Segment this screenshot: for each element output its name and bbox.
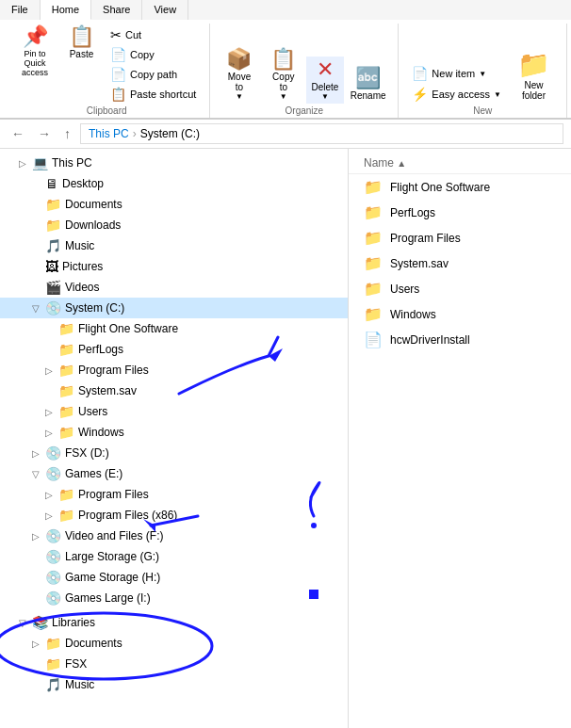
expand-icon (32, 200, 45, 210)
windows-label: Windows (78, 426, 124, 439)
new-label: New (473, 104, 492, 118)
tree-item-music-lib[interactable]: 🎵 Music (0, 674, 348, 695)
copy-label: Copy (130, 49, 155, 60)
sort-arrow: ▲ (397, 158, 406, 169)
expand-icon (32, 552, 45, 562)
expand-icon: ▷ (45, 407, 58, 417)
new-item-dropdown-icon: ▼ (479, 70, 486, 78)
tree-item-perflogs[interactable]: 📁 PerfLogs (0, 339, 348, 360)
file-item-hcw[interactable]: 📄 hcwDriverInstall (349, 327, 571, 352)
move-dropdown-icon: ▼ (236, 92, 243, 101)
tree-item-system-sav[interactable]: 📁 System.sav (0, 380, 348, 401)
file-item-program-files[interactable]: 📁 Program Files (349, 225, 571, 251)
tree-item-fsx-d[interactable]: ▷ 💿 FSX (D:) (0, 443, 348, 463)
tree-item-fsx-lib[interactable]: 📁 FSX (0, 654, 348, 674)
back-button[interactable]: ← (8, 124, 28, 143)
tab-file[interactable]: File (0, 0, 41, 20)
delete-dropdown-icon: ▼ (321, 92, 329, 101)
documents-label: Documents (65, 198, 122, 211)
copy-to-button[interactable]: 📋 Copy to ▼ (263, 46, 304, 104)
expand-icon (32, 659, 45, 670)
copy-path-button[interactable]: 📄 Copy path (105, 65, 202, 84)
tree-item-games-large-i[interactable]: 💿 Games Large (I:) (0, 588, 348, 608)
tree-item-desktop[interactable]: 🖥 Desktop (0, 173, 348, 194)
file-item-system-sav[interactable]: 📁 System.sav (349, 251, 571, 276)
new-item-label: New item (432, 68, 475, 79)
tree-item-program-files[interactable]: ▷ 📁 Program Files (0, 360, 348, 380)
downloads-label: Downloads (65, 218, 121, 232)
file-item-windows[interactable]: 📁 Windows (349, 301, 571, 327)
name-column-header[interactable]: Name ▲ (364, 156, 406, 170)
tab-home[interactable]: Home (41, 0, 91, 20)
left-pane: ▷ 💻 This PC 🖥 Desktop 📁 Documents 📁 Down… (0, 149, 349, 728)
tree-item-music[interactable]: 🎵 Music (0, 235, 348, 256)
copy-to-icon: 📋 (270, 49, 296, 70)
tree-item-games-e[interactable]: ▽ 💿 Games (E:) (0, 463, 348, 484)
new-folder-button[interactable]: 📁 New folder (509, 49, 559, 104)
easy-access-button[interactable]: ⚡ Easy access ▼ (406, 85, 507, 104)
tree-item-system-c[interactable]: ▽ 💿 System (C:) (0, 298, 348, 318)
music-label: Music (65, 239, 94, 252)
breadcrumb-part-1[interactable]: This PC (89, 127, 129, 140)
cut-label: Cut (125, 29, 141, 40)
file-label: hcwDriverInstall (390, 333, 470, 347)
tree-item-this-pc[interactable]: ▷ 💻 This PC (0, 153, 348, 173)
tree-item-users[interactable]: ▷ 📁 Users (0, 401, 348, 422)
tree-item-windows[interactable]: ▷ 📁 Windows (0, 422, 348, 443)
tab-view[interactable]: View (142, 0, 188, 20)
windows-icon: 📁 (58, 425, 74, 440)
cut-button[interactable]: ✂ Cut (105, 25, 202, 44)
file-item-users[interactable]: 📁 Users (349, 276, 571, 301)
lib-documents-icon: 📁 (45, 636, 61, 651)
expand-icon (45, 345, 58, 355)
expand-icon: ▷ (45, 428, 58, 438)
paste-button[interactable]: 📋 Paste (60, 24, 103, 62)
tree-item-large-storage-g[interactable]: 💿 Large Storage (G:) (0, 546, 348, 567)
move-to-button[interactable]: 📦 Move to ▼ (218, 46, 260, 104)
breadcrumb-part-2[interactable]: System (C:) (140, 127, 200, 140)
file-item-perflogs[interactable]: 📁 PerfLogs (349, 200, 571, 225)
app-window: File Home Share View 📌 Pin toQuickaccess… (0, 0, 571, 728)
file-item-flight-one[interactable]: 📁 Flight One Software (349, 174, 571, 200)
tree-item-game-storage-h[interactable]: 💿 Game Storage (H:) (0, 567, 348, 588)
tree-item-documents[interactable]: 📁 Documents (0, 194, 348, 215)
folder-icon: 📁 (364, 203, 383, 221)
tab-share[interactable]: Share (91, 0, 142, 20)
tree-item-flight-one[interactable]: 📁 Flight One Software (0, 318, 348, 339)
clipboard-group: 📌 Pin toQuickaccess 📋 Paste ✂ Cut (4, 24, 210, 118)
perflogs-label: PerfLogs (78, 343, 123, 356)
tree-item-program-files-x86[interactable]: ▷ 📁 Program Files (x86) (0, 505, 348, 526)
program-files-label: Program Files (78, 364, 149, 377)
games-e-icon: 💿 (45, 466, 61, 481)
game-storage-h-icon: 💿 (45, 570, 61, 585)
expand-icon (32, 241, 45, 251)
large-storage-g-icon: 💿 (45, 549, 61, 564)
tree-item-video-files-f[interactable]: ▷ 💿 Video and Files (F:) (0, 526, 348, 546)
users-icon: 📁 (58, 404, 74, 419)
delete-button[interactable]: ✕ Delete ▼ (306, 57, 344, 104)
breadcrumb[interactable]: This PC › System (C:) (80, 123, 563, 144)
rename-button[interactable]: 🔤 Rename (346, 65, 390, 104)
folder-icon: 📁 (364, 229, 383, 247)
this-pc-icon: 💻 (32, 155, 48, 170)
organize-items: 📦 Move to ▼ 📋 Copy to ▼ ✕ Delete ▼ (218, 24, 390, 104)
easy-access-icon: ⚡ (412, 87, 428, 102)
tree-item-lib-documents[interactable]: ▷ 📁 Documents (0, 633, 348, 654)
copy-button[interactable]: 📄 Copy (105, 45, 202, 64)
copy-to-label: Copy to (269, 72, 299, 92)
up-button[interactable]: ↑ (60, 124, 74, 143)
new-items: 📄 New item ▼ ⚡ Easy access ▼ 📁 New folde… (406, 24, 559, 104)
tree-item-libraries[interactable]: ▽ 📚 Libraries (0, 612, 348, 633)
expand-icon (45, 324, 58, 334)
delete-icon: ✕ (317, 59, 334, 80)
tree-item-videos[interactable]: 🎬 Videos (0, 277, 348, 298)
tree-item-program-files-e[interactable]: ▷ 📁 Program Files (0, 484, 348, 505)
perflogs-icon: 📁 (58, 342, 74, 357)
new-item-button[interactable]: 📄 New item ▼ (406, 64, 507, 83)
tree-item-pictures[interactable]: 🖼 Pictures (0, 256, 348, 277)
paste-shortcut-button[interactable]: 📋 Paste shortcut (105, 85, 202, 104)
tree-item-downloads[interactable]: 📁 Downloads (0, 215, 348, 235)
forward-button[interactable]: → (34, 124, 55, 143)
pin-quick-access-button[interactable]: 📌 Pin toQuickaccess (11, 24, 58, 80)
expand-icon: ▷ (45, 365, 58, 376)
